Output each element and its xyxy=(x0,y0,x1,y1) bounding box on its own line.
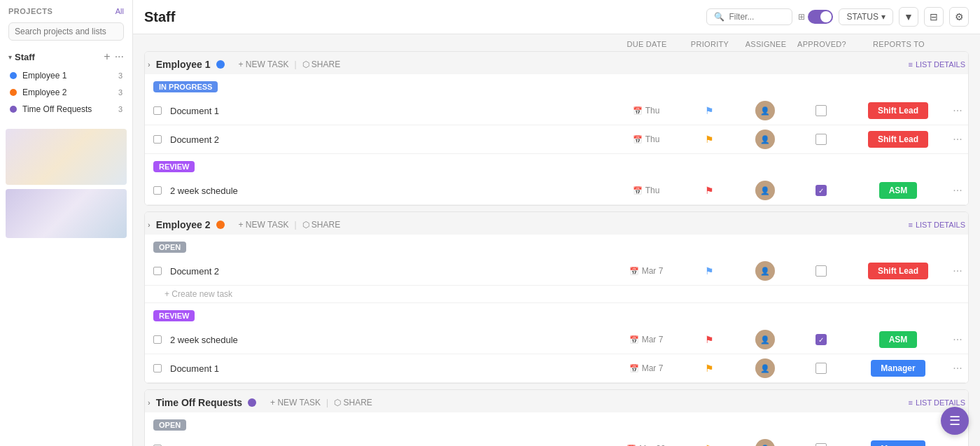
task-more-button[interactable]: ··· xyxy=(947,442,968,446)
toggle-switch[interactable] xyxy=(808,10,833,24)
task-more-button[interactable]: ··· xyxy=(947,362,968,375)
approved-checkbox[interactable] xyxy=(816,363,827,374)
approved-checkbox[interactable] xyxy=(816,134,827,145)
filter-input[interactable] xyxy=(729,12,785,22)
task-checkbox[interactable] xyxy=(150,264,164,278)
due-date-value: Thu xyxy=(645,186,660,195)
search-input[interactable] xyxy=(8,22,124,41)
group-header-employee-2[interactable]: › Employee 2 + NEW TASK | ⬡ SHARE ≡ LIST… xyxy=(145,212,968,235)
task-checkbox[interactable] xyxy=(150,442,164,446)
list-details-employee-1[interactable]: ≡ LIST DETAILS xyxy=(908,60,965,69)
task-checkbox[interactable] xyxy=(150,183,164,197)
task-more-button[interactable]: ··· xyxy=(947,333,968,346)
priority-flag-icon: ⚑ xyxy=(705,443,714,446)
projects-header: PROJECTS All xyxy=(0,0,132,20)
task-reports-to: Shift Lead xyxy=(849,102,947,119)
col-assignee: ASSIGNEE xyxy=(738,40,794,48)
calendar-icon: 📅 xyxy=(629,267,639,276)
staff-chevron-icon: ▾ xyxy=(8,53,12,61)
task-checkbox[interactable] xyxy=(150,361,164,375)
list-details-time-off[interactable]: ≡ LIST DETAILS xyxy=(908,398,965,407)
group-employee-2: › Employee 2 + NEW TASK | ⬡ SHARE ≡ LIST… xyxy=(144,211,969,384)
new-task-btn-employee-1[interactable]: + NEW TASK xyxy=(239,60,289,69)
checkbox-box[interactable] xyxy=(153,106,162,115)
avatar: 👤 xyxy=(755,101,775,120)
list-details-icon: ≡ xyxy=(908,60,912,69)
filter-icon-button[interactable]: ▼ xyxy=(899,7,918,27)
checkbox-box[interactable] xyxy=(153,364,162,372)
task-checkbox[interactable] xyxy=(150,132,164,146)
task-due-date: 📅 Mar 7 xyxy=(611,363,681,373)
share-btn-employee-1[interactable]: ⬡ SHARE xyxy=(302,60,341,69)
view-toggle[interactable]: ⊞ xyxy=(798,10,833,24)
task-more-button[interactable]: ··· xyxy=(947,184,968,197)
filter-funnel-icon: ▼ xyxy=(904,11,913,22)
checkbox-box[interactable] xyxy=(153,267,162,275)
list-details-label: LIST DETAILS xyxy=(916,60,965,69)
sidebar-item-time-off[interactable]: Time Off Requests 3 xyxy=(6,101,127,118)
status-label: STATUS xyxy=(846,12,878,22)
create-task-label[interactable]: + Create new task xyxy=(164,289,232,299)
reports-to-button[interactable]: ASM xyxy=(879,182,918,199)
share-btn-time-off[interactable]: ⬡ SHARE xyxy=(334,398,372,407)
approved-checked[interactable] xyxy=(816,334,827,345)
fab-button[interactable]: ☰ xyxy=(941,407,969,435)
calendar-icon: 📅 xyxy=(633,106,643,116)
task-name: Request 3 xyxy=(164,444,611,447)
task-row: 2 week schedule 📅 Thu ⚑ 👤 xyxy=(145,176,968,205)
new-task-btn-time-off[interactable]: + NEW TASK xyxy=(270,398,321,407)
more-icon[interactable]: ··· xyxy=(115,50,124,63)
list-details-employee-2[interactable]: ≡ LIST DETAILS xyxy=(908,221,965,229)
task-more-button[interactable]: ··· xyxy=(947,265,968,277)
approved-checkbox[interactable] xyxy=(816,443,827,446)
checkbox-box[interactable] xyxy=(153,135,162,144)
reports-to-button[interactable]: Shift Lead xyxy=(868,131,928,148)
add-list-icon[interactable]: + xyxy=(104,50,110,63)
task-due-date: 📅 Thu xyxy=(611,134,681,144)
priority-flag-icon: ⚑ xyxy=(705,363,714,374)
group-header-time-off[interactable]: › Time Off Requests + NEW TASK | ⬡ SHARE… xyxy=(145,390,968,412)
time-off-dot xyxy=(10,106,17,113)
task-row: Document 2 📅 Thu ⚑ 👤 Shift xyxy=(145,125,968,154)
staff-label: Staff xyxy=(15,52,35,62)
group-header-employee-1[interactable]: › Employee 1 + NEW TASK | ⬡ SHARE ≡ LIST… xyxy=(145,52,968,74)
status-button[interactable]: STATUS ▾ xyxy=(839,8,893,25)
fab-icon: ☰ xyxy=(949,413,960,428)
task-checkbox[interactable] xyxy=(150,333,164,347)
reports-to-button[interactable]: Shift Lead xyxy=(868,263,928,279)
section-in-progress-1: IN PROGRESS Document 1 📅 Thu ⚑ xyxy=(145,74,968,154)
sidebar-item-employee-2[interactable]: Employee 2 3 xyxy=(6,84,127,101)
checkbox-box[interactable] xyxy=(153,186,162,195)
approved-checkbox[interactable] xyxy=(816,265,827,277)
reports-to-button[interactable]: ASM xyxy=(879,331,918,348)
settings-icon-button[interactable]: ⚙ xyxy=(949,7,969,27)
task-assignee: 👤 xyxy=(737,358,793,378)
group-actions-employee-1: + NEW TASK | ⬡ SHARE xyxy=(239,60,341,69)
group-dot-time-off xyxy=(248,398,256,407)
due-date-value: Mar 7 xyxy=(642,335,664,344)
new-task-btn-employee-2[interactable]: + NEW TASK xyxy=(239,220,289,230)
projects-all[interactable]: All xyxy=(115,7,124,15)
table-icon-button[interactable]: ⊟ xyxy=(924,7,944,27)
share-btn-employee-2[interactable]: ⬡ SHARE xyxy=(302,220,341,230)
reports-to-button[interactable]: Shift Lead xyxy=(868,102,928,119)
task-name: Document 2 xyxy=(164,134,611,145)
checkbox-box[interactable] xyxy=(153,335,162,344)
reports-to-button[interactable]: Manager xyxy=(871,440,925,446)
avatar: 👤 xyxy=(755,261,775,281)
task-row: Document 2 📅 Mar 7 ⚑ 👤 Shi xyxy=(145,257,968,286)
approved-checkbox[interactable] xyxy=(816,105,827,116)
sidebar-item-employee-1[interactable]: Employee 1 3 xyxy=(6,67,127,84)
task-more-button[interactable]: ··· xyxy=(947,133,968,146)
calendar-icon: 📅 xyxy=(633,135,643,144)
task-more-button[interactable]: ··· xyxy=(947,104,968,117)
sidebar-staff-header[interactable]: ▾ Staff + ··· xyxy=(0,46,132,67)
table-icon: ⊟ xyxy=(930,11,938,22)
reports-to-button[interactable]: Manager xyxy=(871,360,925,377)
approved-checked[interactable] xyxy=(816,185,827,196)
task-checkbox[interactable] xyxy=(150,104,164,118)
status-badge-open-3: OPEN xyxy=(153,419,186,431)
task-priority: ⚑ xyxy=(681,334,737,345)
filter-input-container[interactable]: 🔍 xyxy=(706,8,792,25)
create-task-row[interactable]: + Create new task xyxy=(145,286,968,303)
